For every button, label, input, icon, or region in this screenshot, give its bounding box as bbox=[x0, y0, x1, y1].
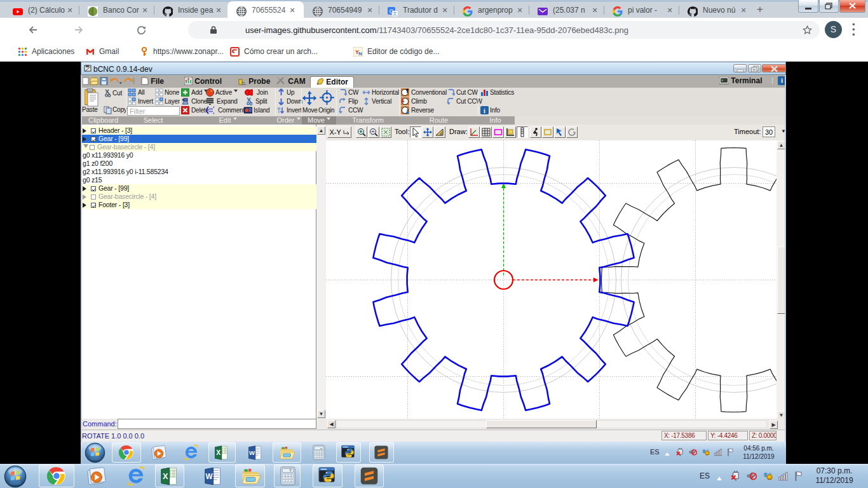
svg-text:W: W bbox=[249, 449, 255, 456]
svg-text:W: W bbox=[206, 472, 214, 481]
svg-text:i: i bbox=[484, 107, 485, 114]
svg-text:N: N bbox=[358, 51, 362, 57]
svg-text:X: X bbox=[163, 471, 168, 481]
svg-text:0: 0 bbox=[290, 469, 292, 472]
svg-text:文: 文 bbox=[393, 11, 397, 16]
svg-text:X: X bbox=[216, 449, 220, 456]
